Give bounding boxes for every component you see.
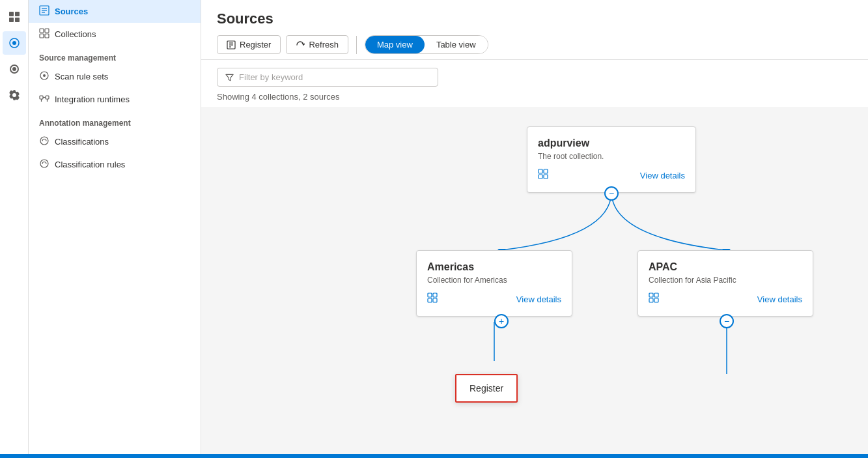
- svg-rect-16: [40, 96, 43, 99]
- sources-icon: [39, 5, 49, 18]
- sidebar-integration-label: Integration runtimes: [55, 94, 130, 104]
- svg-rect-34: [544, 175, 548, 179]
- svg-rect-38: [433, 298, 437, 302]
- register-label: Register: [240, 40, 271, 50]
- adpurview-desc: The root collection.: [538, 152, 685, 161]
- sidebar-sources-label: Sources: [55, 7, 88, 16]
- svg-rect-12: [40, 34, 44, 38]
- apac-collapse-control[interactable]: −: [720, 314, 734, 328]
- svg-rect-2: [9, 18, 14, 22]
- integration-icon: [39, 93, 49, 106]
- table-view-label: Table view: [436, 40, 476, 50]
- filter-bar: [201, 60, 868, 92]
- svg-rect-40: [654, 293, 658, 297]
- adpurview-collapse-control[interactable]: −: [604, 186, 619, 201]
- scan-rules-icon: [39, 70, 49, 83]
- collection-card-apac: APAC Collection for Asia Pacific View de…: [637, 250, 813, 317]
- register-popup-label: Register: [469, 383, 503, 394]
- view-toggle: Map view Table view: [365, 35, 488, 54]
- catalog-nav-icon[interactable]: [3, 31, 26, 55]
- apac-view-details[interactable]: View details: [757, 294, 802, 304]
- sidebar-item-classifications[interactable]: Classifications: [29, 130, 201, 153]
- sidebar-item-integration-runtimes[interactable]: Integration runtimes: [29, 88, 201, 111]
- collection-card-americas: Americas Collection for Americas View de…: [416, 250, 572, 317]
- svg-rect-39: [649, 293, 653, 297]
- svg-rect-13: [45, 34, 49, 38]
- adpurview-view-details[interactable]: View details: [640, 171, 685, 180]
- table-view-button[interactable]: Table view: [425, 36, 488, 53]
- americas-desc: Collection for Americas: [427, 276, 561, 285]
- svg-point-22: [40, 160, 48, 167]
- register-button[interactable]: Register: [217, 35, 281, 54]
- adpurview-title: adpurview: [538, 137, 685, 149]
- svg-rect-37: [428, 298, 432, 302]
- annotation-management-section: Annotation management: [29, 111, 201, 130]
- map-canvas: adpurview The root collection. View deta…: [201, 107, 868, 458]
- insights-nav-icon[interactable]: [3, 57, 26, 81]
- svg-rect-10: [40, 29, 44, 33]
- svg-point-15: [43, 74, 46, 77]
- sidebar-collections-label: Collections: [55, 29, 96, 39]
- americas-footer: View details: [427, 293, 561, 306]
- sidebar-item-scan-rule-sets[interactable]: Scan rule sets: [29, 65, 201, 88]
- svg-rect-0: [9, 12, 14, 16]
- icon-rail: [0, 0, 29, 458]
- svg-rect-42: [654, 298, 658, 302]
- sidebar: Sources Collections Source management Sc…: [29, 0, 201, 458]
- svg-rect-35: [428, 293, 432, 297]
- sidebar-item-classification-rules[interactable]: Classification rules: [29, 153, 201, 176]
- americas-expand-control[interactable]: +: [494, 314, 509, 328]
- apac-desc: Collection for Asia Pacific: [649, 276, 802, 285]
- sidebar-item-collections[interactable]: Collections: [29, 23, 201, 46]
- refresh-icon: [296, 40, 305, 50]
- svg-rect-41: [649, 298, 653, 302]
- map-view-label: Map view: [377, 40, 413, 50]
- page-title: Sources: [217, 10, 852, 27]
- collection-card-adpurview: adpurview The root collection. View deta…: [527, 126, 696, 193]
- apac-grid-icon: [649, 293, 659, 306]
- classification-rules-icon: [39, 158, 49, 171]
- svg-point-21: [40, 137, 48, 145]
- adpurview-footer: View details: [538, 169, 685, 182]
- sidebar-classification-rules-label: Classification rules: [55, 160, 125, 169]
- register-icon: [227, 40, 236, 50]
- svg-rect-36: [433, 293, 437, 297]
- filter-keyword-input[interactable]: [239, 72, 430, 82]
- main-content: Sources Register Refresh Map view Table …: [201, 0, 868, 458]
- filter-input-container[interactable]: [217, 68, 438, 87]
- sidebar-classifications-label: Classifications: [55, 137, 109, 147]
- toolbar: Register Refresh Map view Table view: [217, 35, 852, 54]
- refresh-button[interactable]: Refresh: [286, 35, 348, 54]
- source-management-section: Source management: [29, 46, 201, 65]
- apac-footer: View details: [649, 293, 802, 306]
- collections-icon: [39, 28, 49, 40]
- svg-rect-33: [539, 175, 542, 179]
- adpurview-grid-icon: [538, 169, 548, 182]
- sidebar-scan-rules-label: Scan rule sets: [55, 72, 108, 81]
- manage-nav-icon[interactable]: [3, 83, 26, 107]
- svg-point-5: [12, 41, 16, 45]
- svg-rect-1: [15, 12, 20, 16]
- filter-icon: [225, 73, 234, 82]
- toolbar-divider: [356, 36, 357, 54]
- bottom-bar: [0, 454, 868, 458]
- home-nav-icon[interactable]: [3, 5, 26, 29]
- classifications-icon: [39, 136, 49, 148]
- svg-rect-32: [544, 169, 548, 173]
- americas-view-details[interactable]: View details: [516, 294, 561, 304]
- apac-title: APAC: [649, 261, 802, 273]
- showing-count: Showing 4 collections, 2 sources: [201, 92, 868, 107]
- refresh-label: Refresh: [309, 40, 339, 50]
- americas-grid-icon: [427, 293, 438, 306]
- svg-rect-11: [45, 29, 49, 33]
- map-view-button[interactable]: Map view: [365, 36, 425, 53]
- svg-rect-31: [539, 169, 542, 173]
- main-header: Sources Register Refresh Map view Table …: [201, 0, 868, 60]
- americas-title: Americas: [427, 261, 561, 273]
- svg-rect-3: [15, 18, 20, 22]
- svg-rect-17: [46, 96, 49, 99]
- sidebar-item-sources[interactable]: Sources: [29, 0, 201, 23]
- register-popup[interactable]: Register: [455, 374, 518, 403]
